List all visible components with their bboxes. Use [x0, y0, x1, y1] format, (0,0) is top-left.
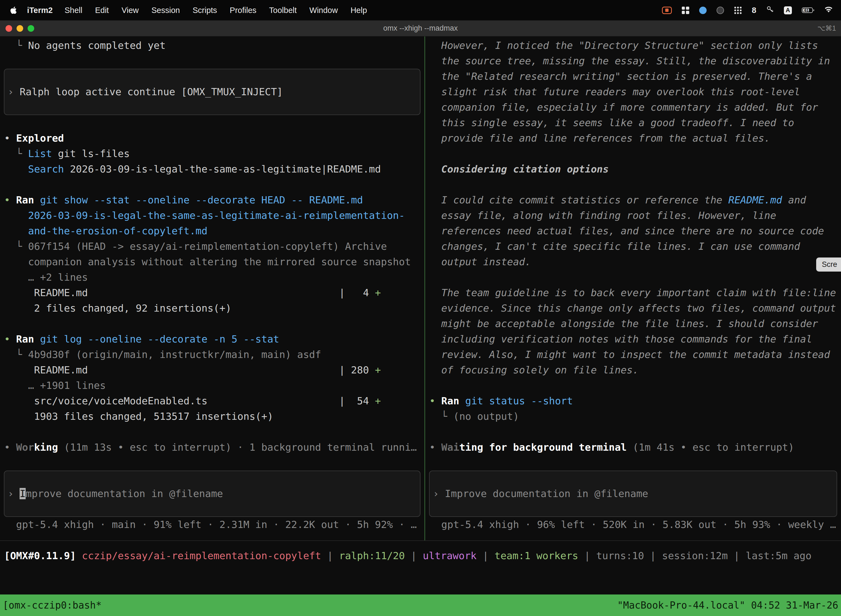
window-shortcut-hint: ⌥⌘1 [817, 24, 841, 32]
macos-menu-bar: iTerm2 Shell Edit View Session Scripts P… [0, 0, 841, 21]
menu-shell[interactable]: Shell [58, 6, 89, 15]
text-segment: • [4, 441, 16, 453]
blank-line [425, 177, 841, 192]
terminal-line: Search 2026-03-09-is-legal-the-same-as-l… [0, 161, 424, 177]
model-status-line: gpt-5.4 xhigh · 96% left · 520K in · 5.8… [425, 517, 841, 532]
input-source-icon[interactable]: A [784, 6, 792, 14]
terminal-line: • Ran git log --oneline --decorate -n 5 … [0, 331, 424, 347]
window-manager-icon[interactable] [682, 7, 689, 14]
text-segment: • [4, 194, 16, 205]
text-segment: evidence. Since this change only affects… [429, 302, 836, 314]
screen-edge-tooltip[interactable]: Scre [816, 258, 841, 271]
terminal-line: references need actual files, and since … [425, 223, 841, 239]
terminal-line: provide file and line references from th… [425, 131, 841, 146]
blank-line [0, 177, 424, 192]
screen: iTerm2 Shell Edit View Session Scripts P… [0, 0, 841, 594]
terminal-line: … +2 lines [0, 270, 424, 285]
terminal-line: src/voice/voiceModeEnabled.ts | 54 + [0, 393, 424, 409]
menu-profiles[interactable]: Profiles [224, 6, 263, 15]
close-window-button[interactable] [6, 25, 12, 32]
text-segment: (no output) [453, 411, 519, 422]
zoom-window-button[interactable] [28, 25, 34, 32]
blank-line [425, 424, 841, 440]
menu-scripts[interactable]: Scripts [186, 6, 224, 15]
text-segment: Considering citation options [429, 163, 609, 175]
text-segment: | [476, 550, 494, 561]
battery-icon[interactable]: 61 [802, 7, 815, 13]
blank-line [0, 115, 424, 131]
terminal-line: review. Also, I might want to inspect th… [425, 347, 841, 362]
menu-window[interactable]: Window [303, 6, 344, 15]
box-text: › Improve documentation in @filename [433, 486, 648, 502]
text-segment: ultrawork [423, 550, 476, 561]
prompt-input-left[interactable]: › Improve documentation in @filename [4, 471, 420, 517]
tmux-host-time: "MacBook-Pro-44.local" 04:52 31-Mar-26 [617, 600, 838, 611]
text-segment: git show --stat --oneline --decorate HEA… [40, 194, 363, 205]
text-segment [4, 225, 28, 236]
text-segment: (11m 13s • esc to interrupt) [64, 441, 231, 453]
apple-menu-icon[interactable] [8, 6, 22, 14]
ralph-loop-banner: › Ralph loop active continue [OMX_TMUX_I… [4, 69, 420, 115]
window-title-bar[interactable]: omx --xhigh --madmax ⌥⌘1 [0, 21, 841, 37]
terminal-line: evidence. Since this change only affects… [425, 301, 841, 316]
app-icon-dark[interactable] [716, 7, 724, 14]
text-segment: └ [4, 148, 28, 159]
text-segment: + [375, 287, 381, 298]
text-segment: README.md | 4 [4, 287, 375, 298]
box-text: › Ralph loop active continue [OMX_TMUX_I… [8, 84, 283, 100]
text-segment: changes, I can't cite specific file line… [429, 241, 800, 252]
blank-line [0, 316, 424, 331]
prompt-input-right[interactable]: › Improve documentation in @filename [429, 471, 837, 517]
menu-toolbelt[interactable]: Toolbelt [263, 6, 303, 15]
app-menu-title[interactable]: iTerm2 [22, 6, 58, 15]
model-status-line: gpt-5.4 xhigh · main · 91% left · 2.31M … [0, 517, 424, 532]
screen-recording-indicator-icon[interactable] [662, 7, 672, 14]
omx-status-bar: [OMX#0.11.9] cczip/essay/ai-reimplementa… [0, 540, 841, 594]
terminal-line: output instead. [425, 254, 841, 270]
menu-session[interactable]: Session [145, 6, 186, 15]
onepassword-icon[interactable]: 8 [752, 6, 756, 15]
text-segment: git ls-files [52, 148, 130, 159]
left-terminal-pane[interactable]: └ No agents completed yet› Ralph loop ac… [0, 37, 424, 540]
terminal-line: the source tree, missing the essay. Stil… [425, 53, 841, 69]
text-segment: Ran [16, 194, 34, 205]
terminal-line: changes, I can't cite specific file line… [425, 239, 841, 254]
text-segment: | [405, 550, 423, 561]
text-segment: (1m 41s • esc to interrupt) [633, 441, 794, 453]
menu-edit[interactable]: Edit [89, 6, 115, 15]
right-terminal-pane[interactable]: However, I noticed the "Directory Struct… [425, 37, 841, 540]
text-segment: └ [4, 241, 28, 252]
working-status-line: • Working (11m 13s • esc to interrupt) ·… [0, 440, 424, 455]
text-segment: | [578, 550, 596, 561]
box-text: › Improve documentation in @filename [8, 486, 223, 502]
text-segment: No agents completed yet [28, 40, 166, 51]
text-segment: companion file, especially if more comme… [429, 101, 818, 113]
launchpad-dots-icon[interactable] [734, 6, 742, 14]
text-segment: 2026-03-09-is-legal-the-same-as-legitima… [64, 163, 381, 175]
menu-view[interactable]: View [115, 6, 145, 15]
text-segment: [OMX#0.11.9] [4, 550, 76, 561]
text-segment: git log --oneline --decorate -n 5 --stat [40, 333, 279, 345]
text-segment: 4b9d30f (origin/main, instructkr/main, m… [28, 349, 321, 360]
menu-bar-status-icons: 8 A 61 [662, 6, 833, 15]
terminal-line: might be acceptable alongside the file l… [425, 316, 841, 331]
menu-help[interactable]: Help [344, 6, 373, 15]
text-segment: · 1 background terminal runni… [231, 441, 417, 453]
wifi-icon[interactable] [825, 6, 833, 15]
terminal-line: └ 4b9d30f (origin/main, instructkr/main,… [0, 347, 424, 362]
text-segment [4, 163, 28, 175]
text-segment [76, 550, 82, 561]
terminal-line: 1903 files changed, 513517 insertions(+) [0, 409, 424, 424]
terminal-line: … +1901 lines [0, 378, 424, 393]
text-segment: • [429, 395, 441, 406]
terminal-line: including verification notes with those … [425, 331, 841, 347]
text-segment: The team guideline is to back every impo… [429, 287, 836, 298]
key-icon[interactable] [766, 6, 774, 15]
terminal-line: └ No agents completed yet [0, 38, 424, 53]
text-segment [4, 210, 28, 221]
minimize-window-button[interactable] [16, 25, 23, 32]
waiting-status-line: • Waiting for background terminal (1m 41… [425, 440, 841, 455]
text-segment: › [433, 488, 445, 499]
terminal-line: • Explored [0, 131, 424, 146]
app-icon-blue[interactable] [699, 7, 707, 14]
